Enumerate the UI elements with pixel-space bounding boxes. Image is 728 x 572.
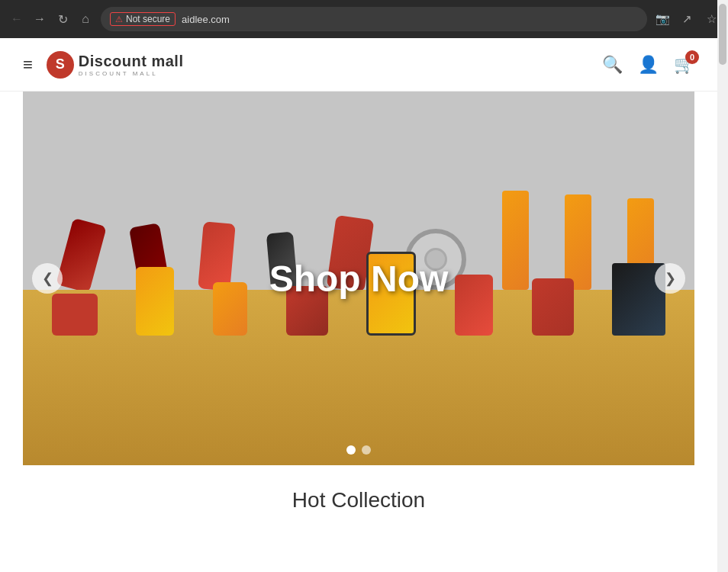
browser-chrome: ← → ↻ ⌂ ⚠ Not secure aidlee.com 📷 ↗ ☆ — [0, 0, 728, 38]
header-left: ≡ S Discount mall DISCOUNT MALL — [23, 51, 183, 79]
website: ≡ S Discount mall DISCOUNT MALL 🔍 👤 🛒 0 — [0, 38, 717, 520]
logo-subtitle: DISCOUNT MALL — [79, 70, 184, 77]
logo-icon: S — [47, 51, 74, 79]
logo-title: Discount mall — [79, 53, 184, 70]
camera-button[interactable]: 📷 — [653, 10, 672, 28]
scrollbar[interactable] — [717, 0, 728, 520]
bench-tool-7 — [532, 278, 574, 336]
carousel-next-button[interactable]: ❯ — [655, 263, 685, 294]
cart-count-badge: 0 — [685, 50, 699, 64]
home-button[interactable]: ⌂ — [76, 10, 95, 28]
account-button[interactable]: 👤 — [638, 55, 659, 75]
carousel-dot-2[interactable] — [362, 445, 371, 455]
warning-icon: ⚠ — [115, 14, 123, 24]
share-button[interactable]: ↗ — [678, 10, 696, 28]
content-wrapper: Shop Now ❮ ❯ Hot Collection — [0, 92, 717, 520]
shop-now-text: Shop Now — [269, 258, 449, 300]
url-text: aidlee.com — [182, 14, 230, 25]
hero-image: Shop Now ❮ ❯ — [23, 92, 694, 465]
bench-tool-2 — [136, 267, 174, 336]
header-right: 🔍 👤 🛒 0 — [602, 55, 694, 75]
reload-button[interactable]: ↻ — [53, 10, 72, 28]
scrollbar-thumb[interactable] — [719, 4, 726, 65]
browser-nav-buttons: ← → ↻ ⌂ — [8, 10, 95, 28]
forward-button[interactable]: → — [31, 10, 49, 28]
workbench — [23, 290, 694, 465]
bench-tool-1 — [52, 294, 98, 336]
bench-tool-3 — [213, 282, 247, 336]
cart-button[interactable]: 🛒 0 — [674, 55, 694, 75]
search-button[interactable]: 🔍 — [602, 55, 623, 75]
address-bar[interactable]: ⚠ Not secure aidlee.com — [101, 7, 647, 31]
carousel-dots — [346, 445, 371, 455]
carousel-prev-button[interactable]: ❮ — [32, 263, 63, 294]
bench-tool-6 — [455, 275, 493, 336]
carousel-dot-1[interactable] — [346, 445, 356, 455]
hamburger-button[interactable]: ≡ — [23, 55, 33, 75]
logo: S Discount mall DISCOUNT MALL — [47, 51, 184, 79]
not-secure-label: Not secure — [126, 14, 170, 24]
logo-text-block: Discount mall DISCOUNT MALL — [79, 53, 184, 77]
site-header: ≡ S Discount mall DISCOUNT MALL 🔍 👤 🛒 0 — [0, 38, 717, 92]
hero-banner: Shop Now ❮ ❯ — [23, 92, 694, 465]
back-button[interactable]: ← — [8, 10, 26, 28]
hot-collection-section: Hot Collection — [23, 465, 694, 520]
hot-collection-title: Hot Collection — [38, 488, 679, 513]
not-secure-badge: ⚠ Not secure — [110, 12, 176, 26]
browser-actions: 📷 ↗ ☆ — [653, 10, 720, 28]
